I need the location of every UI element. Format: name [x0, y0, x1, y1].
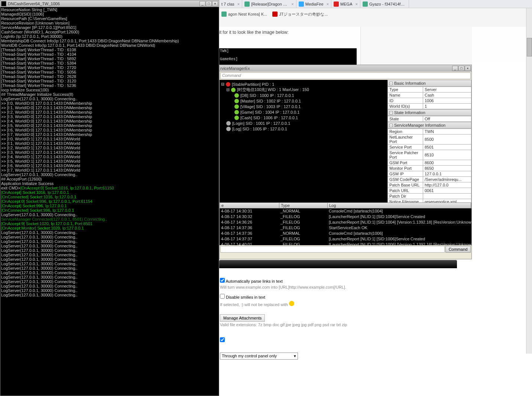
- favicon-icon: [334, 1, 339, 7]
- browser-tabstrip: t 7 clas× [Release]Dragon Nest 7 cla× Me…: [219, 0, 532, 8]
- log-header-row: e Type Log: [220, 202, 471, 208]
- log-row[interactable]: 4-08-17 14:40:01_FILELOG[LauncherReport …: [220, 242, 471, 245]
- console-titlebar[interactable]: DNCashServer64_TW_1006 _ □ ×: [0, 0, 219, 7]
- forum-header-bar: [219, 260, 457, 268]
- console-window: DNCashServer64_TW_1006 _ □ × ResourceNat…: [0, 0, 219, 396]
- extensions-hint: Valid file extensions: 7z bmp doc gif jp…: [220, 322, 456, 327]
- option-parse-links: Automatically parse links in text: [220, 278, 456, 283]
- state-info-header[interactable]: −State Information: [387, 109, 471, 116]
- bookmark-link[interactable]: JTジョースターの奇妙な...: [272, 12, 328, 17]
- console-exit: exit CMD>: [1, 186, 20, 190]
- chevron-down-icon: ▾: [294, 354, 296, 358]
- server-icon: [226, 127, 231, 131]
- log-row[interactable]: 4-08-17 14:30:31_NORMALConsoleCmd [start…: [220, 208, 471, 214]
- console-log-repeat: LogServer(127.0.0.1, 30000) Connecting..…: [1, 230, 77, 297]
- close-icon[interactable]: ×: [291, 2, 293, 6]
- tab-1[interactable]: [Release]Dragon Nest 7 cla×: [242, 0, 296, 8]
- col-time[interactable]: e: [220, 203, 279, 208]
- svcmgr-title: rviceManagerEx: [220, 66, 452, 71]
- server-icon: [234, 93, 239, 98]
- close-icon[interactable]: ×: [355, 2, 357, 6]
- server-icon: [234, 99, 239, 103]
- favicon-icon: [244, 1, 250, 7]
- tree-partition[interactable]: ⊟[StablePartition] PID : 1: [221, 81, 386, 87]
- screenshot-preview: TWN] GameRes]: [219, 48, 357, 67]
- option-hint: Will turn www.example.com into [URL]http…: [220, 285, 456, 289]
- forum-options-panel: Automatically parse links in text Will t…: [219, 260, 457, 361]
- tab-3[interactable]: MEGA×: [331, 0, 360, 8]
- console-text-white: ResourceNation String [_TWN] ManagedID[S…: [1, 7, 179, 186]
- console-svcmgr: ServiceManager Connected(127.0.0.1, 8501…: [1, 217, 107, 221]
- youtube-icon: [272, 12, 278, 17]
- basic-info-table: TypeServer NameCash ID1006 World ID(s)1: [387, 87, 471, 109]
- collapse-icon[interactable]: −: [389, 111, 393, 114]
- server-icon: [234, 110, 239, 114]
- log-panel: e Type Log 4-08-17 14:30:31_NORMALConsol…: [220, 202, 471, 245]
- sm-info-table: RegionTWN NetLauncher Port8500 Service P…: [387, 129, 471, 202]
- tree-master[interactable]: [Master] SID : 1002 IP : 127.0.0.1: [221, 98, 386, 104]
- minimize-button[interactable]: _: [452, 66, 458, 71]
- scrollbar-thumb[interactable]: [527, 38, 532, 56]
- log-rows[interactable]: 4-08-17 14:30:31_NORMALConsoleCmd [start…: [220, 208, 471, 245]
- command-input-top[interactable]: Command: [220, 72, 471, 79]
- col-log[interactable]: Log: [328, 203, 471, 208]
- browser-scrollbar[interactable]: [526, 8, 532, 354]
- close-icon[interactable]: ×: [327, 2, 329, 6]
- notification-checkbox[interactable]: [220, 337, 225, 342]
- log-row[interactable]: 4-08-17 14:37:37_FILELOG[LauncherReport …: [220, 236, 471, 242]
- server-icon: [234, 116, 239, 120]
- log-row[interactable]: 4-08-17 14:37:36_FILELOGStartServiceEach…: [220, 225, 471, 231]
- tree-log[interactable]: [Log] SID : 1005 IP : 127.0.0.1: [221, 126, 386, 132]
- favicon-icon: [299, 1, 304, 7]
- console-green2: [OnAccept:9] Socket:1020, Ip:127.0.0.1, …: [1, 221, 93, 230]
- tab-2[interactable]: MediaFire×: [296, 0, 331, 8]
- tree-db[interactable]: [DB] SID : 1000 IP : 127.0.0.1: [221, 92, 386, 98]
- tab-0[interactable]: t 7 clas×: [219, 0, 242, 8]
- world-icon: [231, 88, 236, 92]
- service-manager-window: rviceManagerEx _ □ × Command ⊟[StablePar…: [219, 65, 472, 259]
- collapse-icon[interactable]: −: [389, 124, 393, 127]
- command-input[interactable]: [220, 246, 445, 253]
- svcmgr-titlebar[interactable]: rviceManagerEx _ □ ×: [220, 65, 471, 72]
- info-panel: −Basic Information TypeServer NameCash I…: [387, 80, 471, 202]
- console-output: ResourceNation String [_TWN] ManagedID[S…: [0, 7, 219, 396]
- maximize-button[interactable]: □: [458, 66, 464, 71]
- server-tree: ⊟[StablePartition] PID : 1 ⊟[时空电信100兆] W…: [220, 80, 387, 202]
- cmd-icon: [1, 1, 6, 6]
- command-button[interactable]: Command: [445, 246, 471, 253]
- partition-icon: [226, 82, 230, 87]
- option-hint: If selected, :) will not be replaced wit…: [220, 301, 456, 307]
- console-title: DNCashServer64_TW_1006: [8, 1, 200, 6]
- option-label: Disable smilies in text: [226, 295, 265, 299]
- basic-info-header[interactable]: −Basic Information: [387, 80, 471, 87]
- close-button[interactable]: ×: [212, 1, 218, 6]
- disable-smilies-checkbox[interactable]: [220, 294, 225, 299]
- tree-village[interactable]: [Village] SID : 1003 IP : 127.0.0.1: [221, 104, 386, 109]
- tree-world[interactable]: ⊟[时空电信100兆] WID : 1 MaxUser : 150: [221, 87, 386, 92]
- option-label: Automatically parse links in text: [226, 279, 282, 283]
- state-info-table: StateOff: [387, 116, 471, 122]
- browser-toolbar: agon Nest Korea] K... JTジョースターの奇妙な...: [219, 8, 532, 27]
- tree-login[interactable]: [Login] SID : 1001 IP : 127.0.0.1: [221, 120, 386, 126]
- log-row[interactable]: 4-08-17 14:30:32_FILELOG[LauncherReport …: [220, 214, 471, 220]
- notification-dropdown[interactable]: Through my control panel only▾: [220, 353, 298, 360]
- tree-game[interactable]: [Game] SID : 1004 IP : 127.0.0.1: [221, 109, 386, 115]
- sm-info-header[interactable]: −ServiceManager Information: [387, 122, 471, 129]
- parse-links-checkbox[interactable]: [220, 278, 225, 283]
- maximize-button[interactable]: □: [206, 1, 212, 6]
- manage-attachments-button[interactable]: Manage Attachments: [220, 314, 265, 322]
- server-icon: [226, 121, 231, 126]
- console-log1: LogServer(127.0.0.1, 30000) Connecting..: [1, 212, 77, 217]
- log-row[interactable]: 4-08-17 14:37:36_NORMALConsoleCmd [start…: [220, 231, 471, 236]
- option-disable-smilies: Disable smilies in text: [220, 294, 456, 299]
- tree-cash[interactable]: [Cash] SID : 1006 IP : 127.0.0.1: [221, 115, 386, 120]
- favicon-icon: [221, 12, 227, 17]
- close-icon[interactable]: ×: [237, 2, 240, 6]
- tab-4[interactable]: Gyazo - f347414f379: [360, 0, 409, 8]
- log-row[interactable]: 4-08-17 14:36:26_FILELOG[LauncherReport …: [220, 220, 471, 225]
- collapse-icon[interactable]: −: [389, 82, 393, 85]
- close-button[interactable]: ×: [465, 66, 471, 71]
- col-type[interactable]: Type: [279, 203, 328, 208]
- bookmark-link[interactable]: agon Nest Korea] K...: [221, 12, 267, 17]
- minimize-button[interactable]: _: [200, 1, 205, 6]
